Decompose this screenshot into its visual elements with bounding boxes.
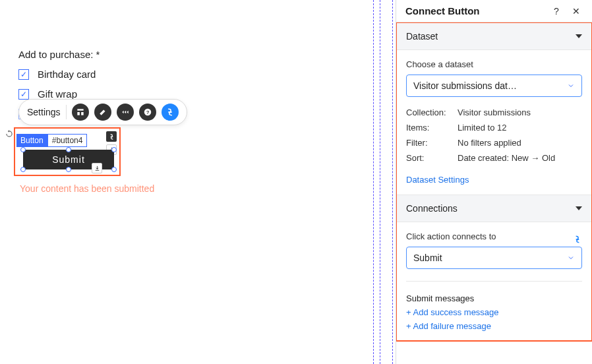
guide-line — [392, 0, 393, 364]
svg-text:?: ? — [146, 109, 149, 115]
svg-rect-0 — [77, 109, 83, 110]
checkbox-icon[interactable]: ✓ — [18, 69, 29, 80]
checkbox-label: Gift wrap — [38, 88, 77, 100]
kv-value: Limited to 12 — [458, 123, 582, 133]
design-icon[interactable] — [94, 104, 111, 121]
chevron-down-icon — [576, 34, 582, 38]
divider — [406, 281, 582, 282]
layout-icon[interactable] — [72, 104, 89, 121]
add-success-message-link[interactable]: + Add success message — [406, 307, 582, 317]
resize-handle[interactable] — [66, 167, 71, 172]
element-toolbar[interactable]: Settings ? — [18, 99, 187, 125]
chevron-down-icon — [567, 254, 575, 262]
connections-accordion-header[interactable]: Connections — [397, 195, 591, 222]
submit-messages-heading: Submit messages — [406, 293, 582, 303]
checkbox-label: Birthday card — [38, 69, 96, 80]
connect-data-icon[interactable] — [162, 104, 179, 121]
panel-title: Connect Button — [405, 5, 543, 16]
selection-type-label: Button — [16, 134, 47, 147]
help-icon[interactable]: ? — [139, 104, 156, 121]
download-icon[interactable] — [92, 163, 102, 173]
checkbox-row[interactable]: ✓ Gift wrap — [18, 88, 216, 100]
settings-button[interactable]: Settings — [27, 107, 61, 117]
kv-key: Sort: — [406, 153, 458, 163]
kv-key: Filter: — [406, 138, 458, 148]
close-icon[interactable]: ✕ — [570, 6, 583, 16]
click-action-select[interactable]: Submit — [406, 247, 582, 269]
status-message: Your content has been submitted — [20, 183, 154, 194]
resize-handle[interactable] — [111, 167, 117, 172]
help-icon[interactable]: ? — [550, 6, 563, 16]
selection-outline: Button #button4 Submit — [14, 127, 121, 176]
checkbox-icon[interactable]: ✓ — [18, 89, 29, 100]
dataset-select[interactable]: Visitor submissions dat… — [406, 75, 582, 97]
panel-header: Connect Button ? ✕ — [396, 0, 592, 22]
choose-dataset-label: Choose a dataset — [406, 59, 582, 69]
kv-key: Collection: — [406, 107, 458, 117]
link-icon[interactable] — [106, 131, 117, 142]
add-failure-message-link[interactable]: + Add failure message — [406, 321, 582, 331]
chevron-down-icon — [576, 206, 582, 210]
checkbox-row[interactable]: ✓ Birthday card — [18, 69, 216, 80]
svg-rect-2 — [81, 112, 84, 115]
selection-id-label: #button4 — [47, 134, 88, 147]
click-action-value: Submit — [413, 253, 567, 263]
dataset-heading: Dataset — [406, 31, 576, 42]
connections-heading: Connections — [406, 203, 576, 214]
connect-data-icon[interactable] — [573, 235, 582, 244]
dataset-select-value: Visitor submissions dat… — [413, 80, 567, 91]
animation-icon[interactable] — [117, 104, 134, 121]
resize-handle[interactable] — [20, 167, 26, 172]
click-action-label: Click action connects to — [406, 231, 573, 241]
divider — [66, 105, 67, 119]
svg-rect-1 — [77, 112, 80, 115]
dataset-accordion-header[interactable]: Dataset — [397, 23, 591, 50]
kv-key: Items: — [406, 123, 458, 133]
selection-tag: Button #button4 — [16, 134, 87, 147]
kv-value: Visitor submissions — [458, 107, 582, 117]
kv-value: No filters applied — [458, 138, 582, 148]
guide-line — [380, 0, 380, 364]
chevron-down-icon — [567, 82, 575, 90]
resize-handle[interactable] — [66, 147, 71, 152]
rotate-handle-icon[interactable] — [5, 129, 14, 138]
dataset-settings-link[interactable]: Dataset Settings — [406, 175, 469, 185]
resize-handle[interactable] — [111, 147, 117, 152]
guide-line — [373, 0, 374, 364]
dataset-accordion-body: Choose a dataset Visitor submissions dat… — [397, 50, 591, 195]
resize-handle[interactable] — [20, 147, 26, 152]
editor-canvas[interactable]: Add to purchase: * ✓ Birthday card ✓ Gif… — [0, 0, 396, 364]
connect-panel: Connect Button ? ✕ Dataset Choose a data… — [396, 0, 592, 364]
form-title: Add to purchase: * — [18, 49, 216, 60]
kv-value: Date created: New → Old — [458, 153, 582, 163]
highlighted-dataset-block: Dataset Choose a dataset Visitor submiss… — [396, 22, 592, 342]
connections-body: Click action connects to Submit Submit m… — [397, 222, 591, 340]
